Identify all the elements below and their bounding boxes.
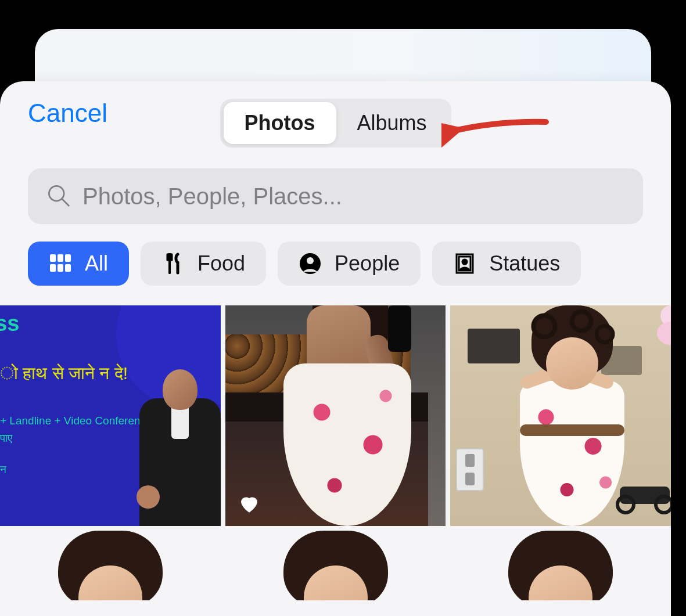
photo-thumbnail[interactable] [225, 305, 446, 526]
filter-people-label: People [335, 251, 400, 276]
svg-point-9 [307, 257, 314, 264]
ad-headline: ो हाथ से जाने न दे! [0, 363, 128, 384]
food-icon [161, 252, 185, 275]
svg-line-1 [62, 199, 69, 206]
svg-rect-2 [50, 254, 56, 262]
person-icon [299, 252, 322, 275]
photo-thumbnail[interactable]: ess ो हाथ से जाने न दे! + Landline + Vid… [0, 305, 221, 526]
filter-statues-label: Statues [489, 251, 560, 276]
filter-food[interactable]: Food [141, 242, 266, 286]
svg-point-0 [49, 186, 64, 201]
tab-photos[interactable]: Photos [223, 102, 336, 144]
filter-row: All Food People [0, 242, 671, 305]
filter-food-label: Food [197, 251, 245, 276]
filter-people[interactable]: People [278, 242, 421, 286]
search-icon [45, 182, 71, 210]
ad-title-fragment: ess [0, 311, 19, 336]
heart-icon [237, 491, 261, 516]
cancel-button[interactable]: Cancel [28, 99, 107, 128]
svg-rect-4 [65, 254, 71, 262]
search-input[interactable] [81, 183, 626, 210]
photo-thumbnail[interactable] [450, 305, 671, 526]
segmented-control: Photos Albums [220, 99, 451, 147]
svg-rect-7 [65, 264, 71, 272]
ad-line: + Landline + Video Conferencing [0, 415, 160, 427]
photo-picker-sheet: Cancel Photos Albums All [0, 81, 671, 616]
filter-statues[interactable]: Statues [432, 242, 581, 286]
photo-thumbnail[interactable] [225, 531, 446, 600]
filter-all[interactable]: All [28, 242, 129, 286]
svg-rect-5 [50, 264, 56, 272]
ad-line: पाए [0, 432, 12, 445]
search-field[interactable] [28, 168, 643, 224]
grid-icon [49, 252, 72, 275]
nav-bar: Cancel Photos Albums [0, 81, 671, 139]
svg-point-12 [462, 260, 467, 264]
statue-icon [453, 252, 476, 275]
ad-line: न [0, 463, 6, 476]
photo-thumbnail[interactable] [0, 531, 221, 600]
photo-grid: ess ो हाथ से जाने न दे! + Landline + Vid… [0, 305, 671, 600]
photo-media [450, 305, 671, 526]
photo-thumbnail[interactable] [450, 531, 671, 600]
tab-albums[interactable]: Albums [336, 102, 447, 144]
svg-rect-6 [58, 264, 63, 272]
filter-all-label: All [85, 251, 108, 276]
photo-media: ess ो हाथ से जाने न दे! + Landline + Vid… [0, 305, 221, 526]
svg-rect-3 [58, 254, 63, 262]
